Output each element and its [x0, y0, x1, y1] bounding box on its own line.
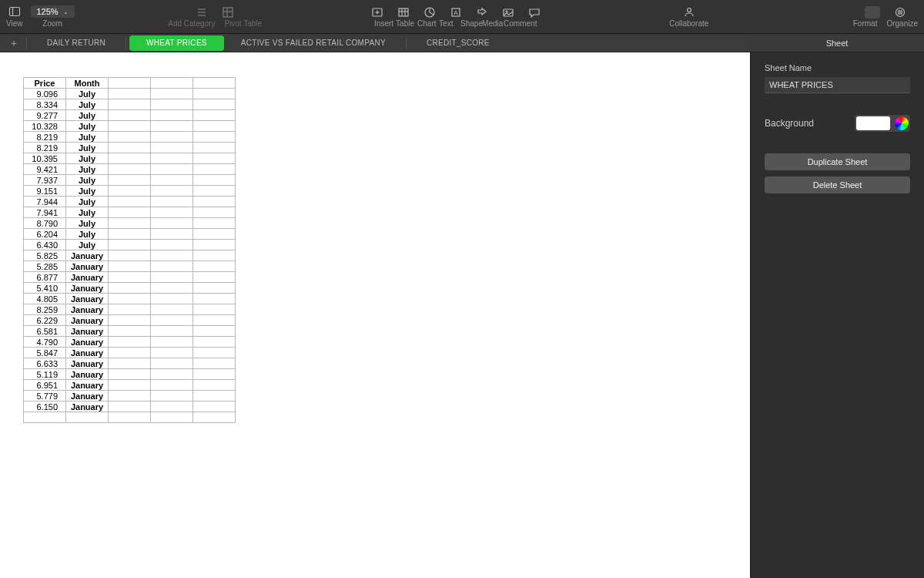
- cell-empty[interactable]: [151, 121, 193, 132]
- table-row[interactable]: [24, 412, 236, 423]
- cell-empty[interactable]: [109, 402, 151, 412]
- table-row[interactable]: 10.328July: [24, 121, 236, 132]
- table-row[interactable]: 4.790January: [24, 337, 236, 348]
- cell-month[interactable]: January: [66, 304, 109, 315]
- cell-month[interactable]: July: [66, 143, 109, 153]
- cell-empty[interactable]: [109, 348, 151, 358]
- cell-month[interactable]: January: [66, 402, 109, 412]
- cell-empty[interactable]: [193, 391, 236, 402]
- table-row[interactable]: 7.944July: [24, 197, 236, 207]
- cell-empty[interactable]: [151, 229, 193, 240]
- table-row[interactable]: 9.421July: [24, 164, 236, 175]
- cell-empty[interactable]: [193, 175, 236, 186]
- cell-empty[interactable]: [109, 358, 151, 369]
- table-row[interactable]: 8.334July: [24, 99, 236, 110]
- cell-price[interactable]: 7.944: [24, 197, 66, 207]
- cell-empty[interactable]: [109, 197, 151, 207]
- sheet-tab[interactable]: ACTIVE VS FAILED RETAIL COMPANY: [224, 35, 403, 51]
- cell-price[interactable]: 4.805: [24, 294, 66, 304]
- cell-empty[interactable]: [151, 337, 193, 348]
- table-row[interactable]: 6.951January: [24, 380, 236, 391]
- cell-price[interactable]: 9.151: [24, 186, 66, 197]
- cell-empty[interactable]: [109, 294, 151, 304]
- cell-empty[interactable]: [193, 337, 236, 348]
- cell-price[interactable]: 5.825: [24, 250, 66, 261]
- cell-month[interactable]: July: [66, 121, 109, 132]
- cell-empty[interactable]: [151, 315, 193, 326]
- cell-empty[interactable]: [109, 412, 151, 423]
- cell-empty[interactable]: [151, 175, 193, 186]
- cell-month[interactable]: January: [66, 326, 109, 337]
- cell-empty[interactable]: [109, 326, 151, 337]
- cell-month[interactable]: July: [66, 132, 109, 143]
- cell-empty[interactable]: [151, 153, 193, 164]
- cell-empty[interactable]: [151, 412, 193, 423]
- table-row[interactable]: 6.229January: [24, 315, 236, 326]
- cell-empty[interactable]: [151, 197, 193, 207]
- sheet-name-input[interactable]: [765, 77, 910, 93]
- table-row[interactable]: 5.847January: [24, 348, 236, 358]
- organize-icon[interactable]: [894, 6, 906, 18]
- sheet-tab[interactable]: DAILY RETURN: [30, 35, 122, 51]
- table-row[interactable]: 8.790July: [24, 218, 236, 229]
- cell-empty[interactable]: [151, 261, 193, 272]
- insert-icon[interactable]: [371, 6, 383, 18]
- sheet-canvas[interactable]: PriceMonth 9.096July8.334July9.277July10…: [0, 52, 750, 578]
- cell-month[interactable]: January: [66, 380, 109, 391]
- cell-empty[interactable]: [109, 261, 151, 272]
- cell-empty[interactable]: [151, 348, 193, 358]
- cell-month[interactable]: January: [66, 294, 109, 304]
- table-row[interactable]: 9.277July: [24, 110, 236, 121]
- cell-empty[interactable]: [151, 391, 193, 402]
- cell-price[interactable]: 6.204: [24, 229, 66, 240]
- cell-empty[interactable]: [193, 272, 236, 283]
- cell-empty[interactable]: [193, 283, 236, 294]
- cell-empty[interactable]: [109, 164, 151, 175]
- cell-month[interactable]: July: [66, 229, 109, 240]
- cell-price[interactable]: 5.119: [24, 369, 66, 380]
- cell-empty[interactable]: [193, 369, 236, 380]
- cell-price[interactable]: 9.096: [24, 89, 66, 99]
- cell-empty[interactable]: [193, 358, 236, 369]
- table-row[interactable]: 6.633January: [24, 358, 236, 369]
- cell-empty[interactable]: [193, 99, 236, 110]
- format-icon[interactable]: [865, 6, 880, 18]
- cell-month[interactable]: July: [66, 175, 109, 186]
- cell-empty[interactable]: [151, 132, 193, 143]
- cell-empty[interactable]: [193, 402, 236, 412]
- collaborate-icon[interactable]: [683, 5, 695, 18]
- cell-price[interactable]: 7.941: [24, 207, 66, 218]
- cell-month[interactable]: January: [66, 369, 109, 380]
- cell-price[interactable]: 6.229: [24, 315, 66, 326]
- cell-empty[interactable]: [109, 380, 151, 391]
- cell-month[interactable]: July: [66, 110, 109, 121]
- cell-empty[interactable]: [193, 412, 236, 423]
- cell-empty[interactable]: [109, 369, 151, 380]
- cell-price[interactable]: 8.219: [24, 143, 66, 153]
- delete-sheet-button[interactable]: Delete Sheet: [765, 176, 910, 193]
- pivot-icon[interactable]: [222, 6, 234, 18]
- cell-empty[interactable]: [193, 348, 236, 358]
- table-row[interactable]: 4.805January: [24, 294, 236, 304]
- add-sheet-button[interactable]: +: [5, 37, 23, 49]
- cell-empty[interactable]: [109, 304, 151, 315]
- cell-empty[interactable]: [151, 218, 193, 229]
- cell-empty[interactable]: [193, 197, 236, 207]
- cell-price[interactable]: 6.633: [24, 358, 66, 369]
- table-row[interactable]: 5.119January: [24, 369, 236, 380]
- cell-empty[interactable]: [151, 283, 193, 294]
- comment-icon[interactable]: [528, 6, 541, 18]
- table-row[interactable]: 9.096July: [24, 89, 236, 99]
- cell-empty[interactable]: [109, 218, 151, 229]
- cell-empty[interactable]: [109, 175, 151, 186]
- cell-price[interactable]: 6.581: [24, 326, 66, 337]
- table-row[interactable]: 10.395July: [24, 153, 236, 164]
- sidebar-toggle-icon[interactable]: [8, 5, 21, 18]
- cell-empty[interactable]: [193, 326, 236, 337]
- cell-month[interactable]: January: [66, 337, 109, 348]
- cell-empty[interactable]: [151, 240, 193, 250]
- cell-empty[interactable]: [193, 218, 236, 229]
- cell-month[interactable]: January: [66, 283, 109, 294]
- cell-empty[interactable]: [151, 89, 193, 99]
- cell-empty[interactable]: [151, 304, 193, 315]
